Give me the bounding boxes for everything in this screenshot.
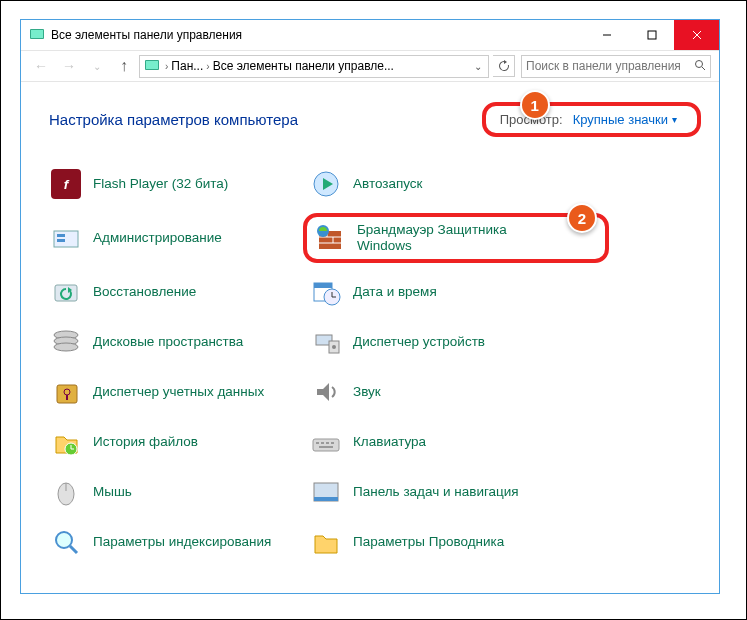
svg-rect-1 <box>31 30 43 38</box>
svg-rect-39 <box>313 439 339 451</box>
item-file-history[interactable]: История файлов <box>49 425 299 459</box>
svg-line-50 <box>70 546 77 553</box>
item-flash-player[interactable]: f Flash Player (32 бита) <box>49 167 299 201</box>
back-button[interactable]: ← <box>29 54 53 78</box>
item-recovery[interactable]: Восстановление <box>49 275 299 309</box>
address-bar: ← → ⌄ ↑ › Пан... › Все элементы панели у… <box>21 50 719 82</box>
item-taskbar[interactable]: Панель задач и навигация <box>309 475 559 509</box>
firewall-icon <box>313 221 347 255</box>
svg-marker-37 <box>317 383 329 401</box>
content-area: Настройка параметров компьютера 1 Просмо… <box>21 82 719 593</box>
control-panel-icon <box>144 58 160 74</box>
callout-badge-1: 1 <box>520 90 550 120</box>
item-label: Параметры Проводника <box>353 534 504 550</box>
svg-rect-48 <box>314 497 338 501</box>
search-placeholder: Поиск в панели управления <box>526 59 681 73</box>
sound-icon <box>309 375 343 409</box>
forward-button[interactable]: → <box>57 54 81 78</box>
admin-icon <box>49 221 83 255</box>
window-title: Все элементы панели управления <box>51 28 242 42</box>
item-device-manager[interactable]: Диспетчер устройств <box>309 325 559 359</box>
explorer-icon <box>309 525 343 559</box>
recovery-icon <box>49 275 83 309</box>
svg-point-30 <box>54 343 78 351</box>
svg-rect-14 <box>57 239 65 242</box>
autorun-icon <box>309 167 343 201</box>
items-grid: f Flash Player (32 бита) Автозапуск Адми… <box>49 167 701 559</box>
item-firewall[interactable]: Брандмауэр Защитника Windows <box>313 221 555 255</box>
maximize-button[interactable] <box>629 20 674 50</box>
item-autorun[interactable]: Автозапуск <box>309 167 559 201</box>
datetime-icon <box>309 275 343 309</box>
firewall-callout: 2 Брандмауэр Защитника Windows <box>303 213 609 263</box>
item-credential-manager[interactable]: Диспетчер учетных данных <box>49 375 299 409</box>
svg-line-9 <box>702 67 705 70</box>
devices-icon <box>309 325 343 359</box>
view-selector-callout: 1 Просмотр: Крупные значки ▾ <box>482 102 701 137</box>
svg-rect-40 <box>316 442 319 444</box>
header-row: Настройка параметров компьютера 1 Просмо… <box>49 102 701 137</box>
item-label: Администрирование <box>93 230 222 246</box>
up-button[interactable]: ↑ <box>113 55 135 77</box>
refresh-button[interactable] <box>493 55 515 77</box>
window-controls <box>584 20 719 50</box>
control-panel-icon <box>29 27 45 43</box>
svg-rect-7 <box>146 61 158 69</box>
svg-rect-43 <box>331 442 334 444</box>
item-label: Клавиатура <box>353 434 426 450</box>
recent-dropdown[interactable]: ⌄ <box>85 54 109 78</box>
callout-badge-2: 2 <box>567 203 597 233</box>
item-label: Параметры индексирования <box>93 534 271 550</box>
item-explorer-options[interactable]: Параметры Проводника <box>309 525 559 559</box>
item-label: Дата и время <box>353 284 437 300</box>
item-label: История файлов <box>93 434 198 450</box>
search-icon <box>694 59 706 74</box>
item-label: Диспетчер устройств <box>353 334 485 350</box>
svg-rect-44 <box>319 446 333 448</box>
item-mouse[interactable]: Мышь <box>49 475 299 509</box>
taskbar-icon <box>309 475 343 509</box>
item-sound[interactable]: Звук <box>309 375 559 409</box>
view-value[interactable]: Крупные значки <box>573 112 668 127</box>
item-label: Автозапуск <box>353 176 423 192</box>
item-label: Брандмауэр Защитника Windows <box>357 222 555 254</box>
item-keyboard[interactable]: Клавиатура <box>309 425 559 459</box>
svg-rect-24 <box>314 283 332 288</box>
item-datetime[interactable]: Дата и время <box>309 275 559 309</box>
keyboard-icon <box>309 425 343 459</box>
mouse-icon <box>49 475 83 509</box>
page-title: Настройка параметров компьютера <box>49 111 298 128</box>
item-label: Flash Player (32 бита) <box>93 176 228 192</box>
item-label: Мышь <box>93 484 132 500</box>
close-button[interactable] <box>674 20 719 50</box>
titlebar: Все элементы панели управления <box>21 20 719 50</box>
breadcrumb-item[interactable]: Пан... <box>171 59 203 73</box>
svg-rect-41 <box>321 442 324 444</box>
item-label: Диспетчер учетных данных <box>93 384 264 400</box>
breadcrumb-dropdown[interactable]: ⌄ <box>470 61 486 72</box>
svg-rect-3 <box>648 31 656 39</box>
control-panel-window: Все элементы панели управления ← → ⌄ ↑ ›… <box>20 19 720 594</box>
chevron-right-icon: › <box>162 61 171 72</box>
credentials-icon <box>49 375 83 409</box>
item-storage-spaces[interactable]: Дисковые пространства <box>49 325 299 359</box>
item-indexing-options[interactable]: Параметры индексирования <box>49 525 299 559</box>
search-input[interactable]: Поиск в панели управления <box>521 55 711 78</box>
breadcrumb-item[interactable]: Все элементы панели управле... <box>213 59 394 73</box>
minimize-button[interactable] <box>584 20 629 50</box>
svg-point-8 <box>696 60 703 67</box>
item-label: Панель задач и навигация <box>353 484 519 500</box>
item-label: Восстановление <box>93 284 196 300</box>
svg-rect-13 <box>57 234 65 237</box>
svg-point-49 <box>56 532 72 548</box>
filehistory-icon <box>49 425 83 459</box>
breadcrumb-bar[interactable]: › Пан... › Все элементы панели управле..… <box>139 55 489 78</box>
item-label: Дисковые пространства <box>93 334 243 350</box>
flash-icon: f <box>49 167 83 201</box>
svg-point-33 <box>332 345 336 349</box>
screenshot-frame: Все элементы панели управления ← → ⌄ ↑ ›… <box>0 0 747 620</box>
chevron-right-icon: › <box>203 61 212 72</box>
item-admin-tools[interactable]: Администрирование <box>49 217 299 259</box>
indexing-icon <box>49 525 83 559</box>
svg-rect-42 <box>326 442 329 444</box>
